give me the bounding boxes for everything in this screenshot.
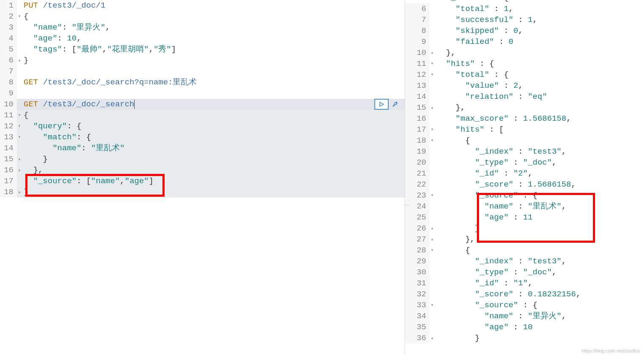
- code-line[interactable]: 18▾ {: [405, 135, 644, 146]
- code-line[interactable]: 16▴ },: [0, 165, 405, 176]
- code-line[interactable]: 6▴}: [0, 55, 405, 66]
- code-line[interactable]: 35 "age" : 10: [405, 322, 644, 333]
- code-content[interactable]: "_source" : {: [435, 190, 644, 201]
- code-content[interactable]: "hits" : [: [435, 124, 644, 135]
- code-content[interactable]: PUT /test3/_doc/1: [22, 0, 405, 11]
- code-content[interactable]: "failed" : 0: [435, 36, 644, 47]
- code-content[interactable]: "relation" : "eq": [435, 91, 644, 102]
- code-line[interactable]: 8GET /test3/_doc/_search?q=name:里乱术: [0, 77, 405, 88]
- code-line[interactable]: 11▾ "hits" : {: [405, 58, 644, 69]
- fold-toggle-icon[interactable]: ▾: [17, 132, 22, 143]
- code-line[interactable]: 5 "tags": ["最帅","花里胡哨","秀"]: [0, 44, 405, 55]
- fold-toggle-icon[interactable]: ▴: [430, 333, 435, 344]
- fold-toggle-icon[interactable]: ▴: [17, 154, 22, 165]
- code-content[interactable]: _shards . {: [435, 0, 644, 3]
- pane-resize-handle[interactable]: ⋮: [403, 203, 409, 207]
- code-line[interactable]: 25 "age" : 11: [405, 212, 644, 223]
- code-content[interactable]: "_score" : 0.18232156,: [435, 289, 644, 300]
- fold-toggle-icon[interactable]: ▾: [17, 11, 22, 22]
- run-query-button[interactable]: [374, 99, 389, 110]
- code-line[interactable]: 8 "skipped" : 0,: [405, 25, 644, 36]
- code-line[interactable]: 1PUT /test3/_doc/1: [0, 0, 405, 11]
- code-line[interactable]: 9 "failed" : 0: [405, 36, 644, 47]
- code-content[interactable]: "hits" : {: [435, 58, 644, 69]
- code-content[interactable]: "successful" : 1,: [435, 14, 644, 25]
- code-content[interactable]: "total" : 1,: [435, 3, 644, 14]
- code-line[interactable]: 22 "_score" : 1.5686158,: [405, 179, 644, 190]
- code-content[interactable]: "age": 10,: [22, 33, 405, 44]
- fold-toggle-icon[interactable]: ▴: [430, 102, 435, 113]
- fold-toggle-icon[interactable]: ▾: [17, 110, 22, 121]
- fold-toggle-icon[interactable]: ▾: [430, 69, 435, 80]
- code-content[interactable]: GET /test3/_doc/_search: [22, 99, 405, 110]
- code-content[interactable]: }: [435, 333, 644, 344]
- code-content[interactable]: GET /test3/_doc/_search?q=name:里乱术: [22, 77, 405, 88]
- code-line[interactable]: 15▴ }: [0, 154, 405, 165]
- code-line[interactable]: 20 "_type" : "_doc",: [405, 157, 644, 168]
- code-content[interactable]: "name": "里乱术": [22, 143, 405, 154]
- code-line[interactable]: 13▾ "match": {: [0, 132, 405, 143]
- code-line[interactable]: 21 "_id" : "2",: [405, 168, 644, 179]
- code-content[interactable]: },: [435, 102, 644, 113]
- fold-toggle-icon[interactable]: ▾: [430, 245, 435, 256]
- fold-toggle-icon[interactable]: ▾: [430, 190, 435, 201]
- code-line[interactable]: 31 "_id" : "1",: [405, 278, 644, 289]
- code-content[interactable]: "query": {: [22, 121, 405, 132]
- code-line[interactable]: 12▾ "query": {: [0, 121, 405, 132]
- code-content[interactable]: }: [22, 187, 405, 198]
- code-content[interactable]: "age" : 11: [435, 212, 644, 223]
- code-content[interactable]: "_id" : "2",: [435, 168, 644, 179]
- code-line[interactable]: 26▴ }: [405, 223, 644, 234]
- code-content[interactable]: {: [435, 245, 644, 256]
- fold-toggle-icon[interactable]: ▴: [430, 234, 435, 245]
- code-line[interactable]: 29 "_index" : "test3",: [405, 256, 644, 267]
- code-content[interactable]: }: [435, 223, 644, 234]
- response-pane[interactable]: _shards . {6 "total" : 1,7 "successful" …: [405, 0, 644, 355]
- fold-toggle-icon[interactable]: ▾: [430, 300, 435, 311]
- code-line[interactable]: 9: [0, 88, 405, 99]
- code-content[interactable]: "_index" : "test3",: [435, 146, 644, 157]
- code-content[interactable]: "_type" : "_doc",: [435, 157, 644, 168]
- code-content[interactable]: }: [22, 55, 405, 66]
- code-content[interactable]: "tags": ["最帅","花里胡哨","秀"]: [22, 44, 405, 55]
- code-content[interactable]: "_source" : {: [435, 300, 644, 311]
- wrench-icon[interactable]: [390, 99, 400, 110]
- code-line[interactable]: 18▴}: [0, 187, 405, 198]
- code-line[interactable]: 17▾ "hits" : [: [405, 124, 644, 135]
- fold-toggle-icon[interactable]: ▴: [17, 55, 22, 66]
- code-line[interactable]: 36▴ }: [405, 333, 644, 344]
- code-content[interactable]: "match": {: [22, 132, 405, 143]
- code-content[interactable]: "name": "里异火",: [22, 22, 405, 33]
- code-content[interactable]: "max_score" : 1.5686158,: [435, 113, 644, 124]
- code-content[interactable]: "_index" : "test3",: [435, 256, 644, 267]
- code-content[interactable]: }: [22, 154, 405, 165]
- code-content[interactable]: },: [22, 165, 405, 176]
- fold-toggle-icon[interactable]: ▴: [17, 165, 22, 176]
- code-line[interactable]: 32 "_score" : 0.18232156,: [405, 289, 644, 300]
- code-line[interactable]: 28▾ {: [405, 245, 644, 256]
- code-line[interactable]: 19 "_index" : "test3",: [405, 146, 644, 157]
- code-line[interactable]: 17 "_source": ["name","age"]: [0, 176, 405, 187]
- code-line[interactable]: 11▾{: [0, 110, 405, 121]
- fold-toggle-icon[interactable]: ▴: [17, 187, 22, 198]
- code-line[interactable]: 7: [0, 66, 405, 77]
- code-content[interactable]: {: [22, 110, 405, 121]
- code-content[interactable]: "_score" : 1.5686158,: [435, 179, 644, 190]
- code-content[interactable]: "_type" : "_doc",: [435, 267, 644, 278]
- code-line[interactable]: 13 "value" : 2,: [405, 80, 644, 91]
- code-line[interactable]: 7 "successful" : 1,: [405, 14, 644, 25]
- fold-toggle-icon[interactable]: ▴: [430, 47, 435, 58]
- code-content[interactable]: "age" : 10: [435, 322, 644, 333]
- fold-toggle-icon[interactable]: ▴: [430, 223, 435, 234]
- fold-toggle-icon[interactable]: ▾: [430, 124, 435, 135]
- code-content[interactable]: "name" : "里乱术",: [435, 201, 644, 212]
- code-line[interactable]: 4 "age": 10,: [0, 33, 405, 44]
- code-content[interactable]: "total" : {: [435, 69, 644, 80]
- code-line[interactable]: _shards . {: [405, 0, 644, 3]
- fold-toggle-icon[interactable]: ▾: [17, 121, 22, 132]
- code-content[interactable]: },: [435, 234, 644, 245]
- fold-toggle-icon[interactable]: ▾: [430, 58, 435, 69]
- code-line[interactable]: 23▾ "_source" : {: [405, 190, 644, 201]
- code-content[interactable]: "value" : 2,: [435, 80, 644, 91]
- code-line[interactable]: 10GET /test3/_doc/_search: [0, 99, 405, 110]
